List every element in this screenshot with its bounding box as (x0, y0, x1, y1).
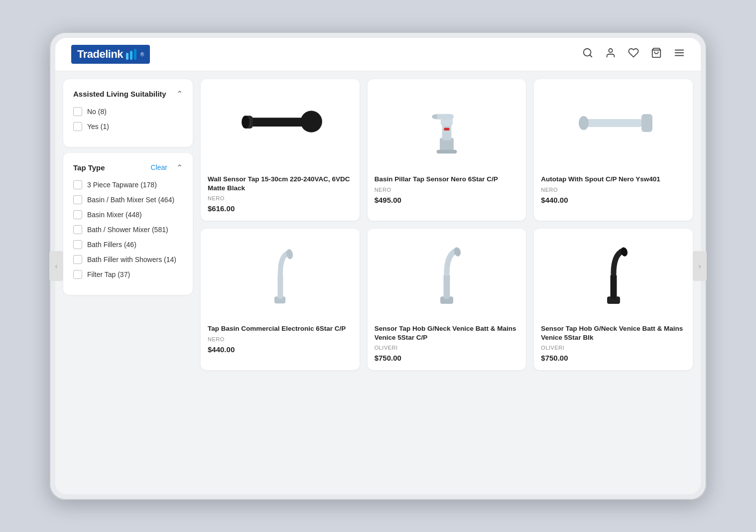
filter-toggle-tap-type[interactable]: ⌃ (176, 163, 183, 172)
product-info-p2: Basin Pillar Tap Sensor Nero 6Star C/P N… (368, 169, 526, 212)
filter-option-bath-shower[interactable]: Bath / Shower Mixer (581) (73, 225, 183, 234)
filter-checkbox-no[interactable] (73, 107, 82, 116)
header: Tradelink ® (55, 38, 701, 71)
svg-rect-27 (444, 273, 450, 299)
filter-checkbox-bath-shower[interactable] (73, 225, 82, 234)
product-card-p2[interactable]: Basin Pillar Tap Sensor Nero 6Star C/P N… (368, 79, 526, 221)
scroll-arrow-left[interactable]: ‹ (55, 251, 63, 281)
svg-point-28 (453, 247, 462, 257)
product-image-p5 (368, 229, 526, 318)
filter-label-bath-fillers: Bath Fillers (46) (87, 241, 136, 249)
product-brand-p2: NERO (375, 187, 519, 193)
filter-checkbox-bath-fillers[interactable] (73, 240, 82, 249)
product-image-p3 (534, 79, 693, 169)
product-card-p5[interactable]: Sensor Tap Hob G/Neck Venice Batt & Main… (368, 229, 526, 370)
filter-toggle-assisted-living[interactable]: ⌃ (176, 89, 183, 99)
filter-label-3piece: 3 Piece Tapware (178) (87, 181, 157, 189)
main-layout: Assisted Living Suitability ⌃ No (8) Yes… (55, 71, 701, 378)
header-icons (582, 47, 685, 61)
product-price-p3: $440.00 (541, 196, 686, 204)
filter-section-tap-type: Tap Type Clear ⌃ 3 Piece Tapware (178) B… (63, 153, 193, 295)
filter-header-tap-type: Tap Type Clear ⌃ (73, 163, 183, 173)
filter-label-basin-mixer: Basin Mixer (448) (87, 211, 142, 219)
scroll-arrow-right[interactable]: › (693, 251, 701, 281)
products-area: Wall Sensor Tap 15-30cm 220-240VAC, 6VDC… (201, 79, 693, 370)
logo-text: Tradelink (77, 48, 123, 61)
filter-title-tap-type: Tap Type (73, 163, 105, 173)
filter-label-no: No (8) (87, 108, 107, 116)
filter-checkbox-bath-filler-showers[interactable] (73, 255, 82, 264)
svg-rect-22 (641, 114, 652, 132)
product-brand-p3: NERO (541, 187, 686, 193)
svg-point-25 (286, 249, 294, 260)
filter-label-filter-tap: Filter Tap (37) (87, 270, 130, 278)
filter-label-basin-bath-mixer: Basin / Bath Mixer Set (464) (87, 196, 174, 204)
product-info-p6: Sensor Tap Hob G/Neck Venice Batt & Main… (534, 318, 693, 370)
filter-checkbox-filter-tap[interactable] (73, 270, 82, 279)
logo: Tradelink ® (71, 45, 150, 64)
svg-point-11 (242, 116, 250, 129)
product-card-p3[interactable]: Autotap With Spout C/P Nero Ysw401 NERO … (534, 79, 693, 221)
filter-label-bath-shower: Bath / Shower Mixer (581) (87, 226, 168, 234)
filter-header-assisted-living: Assisted Living Suitability ⌃ (73, 89, 183, 99)
filter-section-assisted-living: Assisted Living Suitability ⌃ No (8) Yes… (63, 79, 193, 147)
filter-checkbox-basin-bath-mixer[interactable] (73, 195, 82, 204)
product-image-p4 (201, 229, 360, 318)
product-price-p2: $495.00 (375, 196, 519, 204)
wishlist-icon[interactable] (628, 47, 639, 61)
product-name-p4: Tap Basin Commercial Electronic 6Star C/… (208, 324, 353, 333)
filter-clear-tap-type[interactable]: Clear (151, 163, 167, 171)
filter-label-bath-filler-showers: Bath Filler with Showers (14) (87, 256, 176, 264)
logo-reg: ® (140, 52, 144, 57)
svg-rect-9 (246, 118, 309, 127)
svg-rect-13 (442, 124, 452, 140)
filter-option-3piece[interactable]: 3 Piece Tapware (178) (73, 180, 183, 189)
filter-checkbox-basin-mixer[interactable] (73, 210, 82, 219)
filter-header-right: Clear ⌃ (151, 163, 183, 172)
svg-rect-20 (584, 119, 643, 127)
product-card-p4[interactable]: Tap Basin Commercial Electronic 6Star C/… (201, 229, 360, 370)
filter-title-assisted-living: Assisted Living Suitability (73, 89, 166, 99)
svg-point-31 (620, 247, 628, 257)
filter-option-yes[interactable]: Yes (1) (73, 122, 183, 131)
product-brand-p6: OLIVERI (541, 345, 686, 351)
filter-option-bath-fillers[interactable]: Bath Fillers (46) (73, 240, 183, 249)
menu-icon[interactable] (674, 47, 685, 61)
svg-point-2 (609, 49, 612, 52)
product-price-p1: $616.00 (208, 204, 353, 213)
product-name-p2: Basin Pillar Tap Sensor Nero 6Star C/P (375, 175, 519, 184)
product-name-p3: Autotap With Spout C/P Nero Ysw401 (541, 175, 686, 184)
svg-rect-17 (444, 128, 449, 131)
svg-rect-18 (437, 150, 457, 153)
filter-option-filter-tap[interactable]: Filter Tap (37) (73, 270, 183, 279)
product-image-p1 (201, 79, 360, 169)
product-price-p5: $750.00 (375, 354, 519, 362)
cart-icon[interactable] (651, 47, 662, 61)
filter-option-basin-mixer[interactable]: Basin Mixer (448) (73, 210, 183, 219)
account-icon[interactable] (605, 47, 616, 61)
product-card-p1[interactable]: Wall Sensor Tap 15-30cm 220-240VAC, 6VDC… (201, 79, 360, 221)
product-info-p3: Autotap With Spout C/P Nero Ysw401 NERO … (534, 169, 693, 212)
product-brand-p1: NERO (208, 195, 353, 201)
svg-rect-30 (610, 273, 617, 299)
sidebar: Assisted Living Suitability ⌃ No (8) Yes… (63, 79, 193, 370)
product-name-p5: Sensor Tap Hob G/Neck Venice Batt & Main… (375, 324, 519, 342)
search-icon[interactable] (582, 47, 593, 61)
filter-option-bath-filler-showers[interactable]: Bath Filler with Showers (14) (73, 255, 183, 264)
filter-label-yes: Yes (1) (87, 123, 109, 131)
filter-checkbox-yes[interactable] (73, 122, 82, 131)
product-image-p6 (534, 229, 693, 318)
product-name-p6: Sensor Tap Hob G/Neck Venice Batt & Main… (541, 324, 686, 342)
svg-line-1 (590, 55, 592, 57)
filter-option-no[interactable]: No (8) (73, 107, 183, 116)
svg-rect-16 (432, 115, 437, 119)
product-price-p4: $440.00 (208, 345, 353, 354)
product-price-p6: $750.00 (541, 354, 686, 362)
svg-point-21 (579, 116, 589, 130)
product-card-p6[interactable]: Sensor Tap Hob G/Neck Venice Batt & Main… (534, 229, 693, 370)
svg-rect-24 (278, 273, 283, 299)
logo-bars (126, 49, 136, 60)
filter-option-basin-bath-mixer[interactable]: Basin / Bath Mixer Set (464) (73, 195, 183, 204)
product-info-p1: Wall Sensor Tap 15-30cm 220-240VAC, 6VDC… (201, 169, 360, 221)
filter-checkbox-3piece[interactable] (73, 180, 82, 189)
